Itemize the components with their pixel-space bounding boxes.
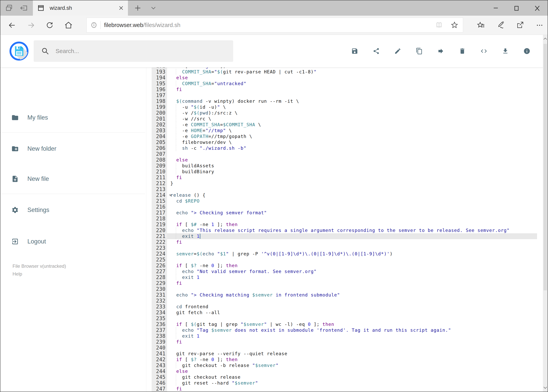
code-line[interactable]: 223 (146, 245, 537, 251)
code-line[interactable]: 233 cd frontend (146, 304, 537, 310)
code-line[interactable]: 232 (146, 298, 537, 304)
sidebar-item-my-files[interactable]: My files (0, 109, 137, 126)
code-line[interactable]: 241 git rev-parse --verify --quiet relea… (146, 351, 537, 357)
sidebar-item-new-file[interactable]: New file (0, 171, 137, 187)
set-tabs-aside-icon[interactable] (19, 4, 28, 12)
new-tab-button[interactable] (133, 0, 143, 16)
code-line[interactable]: 202 -e COMMIT_SHA=$COMMIT_SHA \ (146, 122, 537, 128)
code-line[interactable]: 225 (146, 257, 537, 263)
code-line[interactable]: 243 git checkout -b release "$semver" (146, 363, 537, 368)
tab-close-icon[interactable] (118, 5, 125, 11)
code-line[interactable]: 220 echo "This release script requires a… (146, 227, 537, 233)
favorites-hub-icon[interactable] (471, 16, 491, 35)
code-line[interactable]: 219 if [ $# -ne 1 ]; then (146, 222, 537, 227)
code-line[interactable]: 211 fi (146, 175, 537, 181)
reading-view-icon[interactable] (435, 21, 443, 29)
code-line[interactable]: 214release () { (146, 192, 537, 198)
code-line[interactable]: 236 if [ $(git tag | grep "$semver" | wc… (146, 321, 537, 327)
code-line[interactable]: 209 buildAssets (146, 163, 537, 169)
delete-icon[interactable] (459, 48, 466, 55)
back-icon[interactable] (3, 16, 21, 35)
code-line[interactable]: 207 (146, 151, 537, 157)
code-line[interactable]: 247 fi (146, 386, 537, 392)
code-line[interactable]: 203 -e HOME="//tmp" \ (146, 128, 537, 133)
tab-list-chevron-icon[interactable] (148, 0, 159, 16)
code-line[interactable]: 216 (146, 204, 537, 210)
site-info-icon[interactable] (90, 21, 98, 29)
help-link[interactable]: Help (13, 270, 66, 278)
code-line[interactable]: 218 (146, 216, 537, 222)
code-line[interactable]: 206 sh -c "./wizard.sh -b" (146, 145, 537, 151)
scrollbar-thumb[interactable] (543, 44, 547, 290)
code-line[interactable]: 244 else (146, 368, 537, 374)
code-line[interactable]: 192 if [ -d ".git" ]; then (146, 67, 537, 69)
search-box[interactable] (34, 40, 233, 62)
code-line[interactable]: 205 filebrowser/dev \ (146, 139, 537, 145)
code-line[interactable]: 222 fi (146, 239, 537, 245)
share-file-icon[interactable] (373, 48, 380, 55)
code-line[interactable]: 242 if [ $? -ne 0 ]; then (146, 357, 537, 363)
code-line[interactable]: 230 (146, 286, 537, 292)
code-line[interactable]: 215 cd $REPO (146, 198, 537, 204)
favorite-star-icon[interactable] (450, 21, 459, 29)
filebrowser-logo-icon[interactable] (9, 41, 29, 61)
code-line[interactable]: 224 semver=$(echo "$1" | grep -P '^v(0|[… (146, 251, 537, 257)
url-text[interactable]: filebrowser.web/files/wizard.sh (104, 22, 180, 28)
code-line[interactable]: 240 (146, 345, 537, 351)
download-icon[interactable] (502, 48, 509, 55)
code-line[interactable]: 227 echo "Not valid semver format. See s… (146, 268, 537, 274)
code-line[interactable]: 201 -w //src \ (146, 116, 537, 122)
code-line[interactable]: 199 -u "$(id -u)" \ (146, 104, 537, 110)
address-bar[interactable]: filebrowser.web/files/wizard.sh (86, 18, 463, 33)
code-line[interactable]: 194 else (146, 75, 537, 81)
share-icon[interactable] (510, 16, 530, 35)
move-icon[interactable] (437, 48, 444, 55)
code-line[interactable]: 228 exit 1 (146, 274, 537, 280)
code-line[interactable]: 198 $(command -v winpty) docker run --rm… (146, 98, 537, 104)
code-line[interactable]: 245 git checkout release (146, 374, 537, 380)
refresh-icon[interactable] (40, 16, 59, 35)
annotate-pen-icon[interactable] (491, 16, 510, 35)
maximize-button[interactable] (506, 0, 527, 16)
code-line[interactable]: 217 echo "> Checking semver format" (146, 210, 537, 216)
page-scrollbar[interactable] (543, 35, 548, 392)
tab-preview-icon[interactable] (5, 4, 14, 12)
code-line[interactable]: 226 if [ $? -ne 0 ]; then (146, 263, 537, 268)
code-line[interactable]: 235 (146, 315, 537, 321)
raw-code-icon[interactable] (480, 48, 487, 55)
code-line[interactable]: 246 git reset --hard "$semver" (146, 380, 537, 386)
home-icon[interactable] (59, 16, 78, 35)
code-line[interactable]: 221 exit 1 (146, 233, 537, 239)
code-line[interactable]: 210 buildBinary (146, 169, 537, 175)
save-icon[interactable] (351, 48, 358, 55)
code-line[interactable]: 195 COMMIT_SHA="untracked" (146, 81, 537, 86)
code-line[interactable]: 237 echo "Tag $semver does not exist in … (146, 327, 537, 333)
edit-icon[interactable] (394, 48, 401, 55)
code-line[interactable]: 234 git fetch --all (146, 310, 537, 315)
sidebar-item-new-folder[interactable]: New folder (0, 140, 137, 157)
code-line[interactable]: 213 (146, 186, 537, 192)
sidebar-item-logout[interactable]: Logout (0, 233, 137, 250)
code-line[interactable]: 238 exit 1 (146, 333, 537, 339)
code-line[interactable]: 193 COMMIT_SHA="$(git rev-parse HEAD | c… (146, 69, 537, 75)
code-line[interactable]: 204 -e GOPATH=//tmp/gopath \ (146, 133, 537, 139)
search-input[interactable] (55, 48, 222, 55)
close-button[interactable] (527, 0, 548, 16)
code-line[interactable]: 212} (146, 181, 537, 186)
minimize-button[interactable] (486, 0, 506, 16)
code-editor[interactable]: 192 if [ -d ".git" ]; then193 COMMIT_SHA… (146, 67, 537, 392)
code-line[interactable]: 229 fi (146, 280, 537, 286)
sidebar-item-settings[interactable]: Settings (0, 202, 137, 218)
scroll-up-icon[interactable] (543, 35, 548, 43)
code-line[interactable]: 239 fi (146, 339, 537, 345)
code-line[interactable]: 196 fi (146, 86, 537, 92)
forward-icon[interactable] (21, 16, 40, 35)
browser-tab[interactable]: wizard.sh (33, 0, 128, 16)
more-options-icon[interactable] (530, 16, 548, 35)
code-line[interactable]: 208 else (146, 157, 537, 163)
code-line[interactable]: 197 (146, 92, 537, 98)
code-line[interactable]: 231 echo "> Checking matching $semver in… (146, 292, 537, 298)
scroll-down-icon[interactable] (543, 384, 548, 392)
info-icon[interactable] (523, 48, 530, 55)
copy-icon[interactable] (416, 48, 423, 55)
